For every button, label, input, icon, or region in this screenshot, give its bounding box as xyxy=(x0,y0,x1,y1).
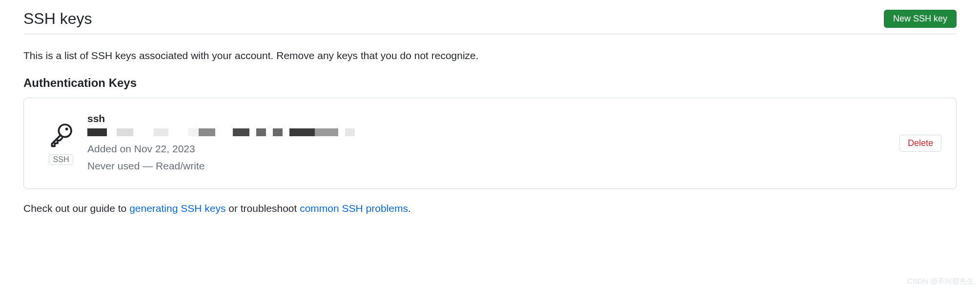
key-name: ssh xyxy=(87,113,899,124)
ssh-key-card: SSH ssh Added on Nov 22, 2023 Never used… xyxy=(23,98,957,189)
fingerprint-block xyxy=(249,128,256,136)
generating-ssh-keys-link[interactable]: generating SSH keys xyxy=(129,203,225,214)
fingerprint-block xyxy=(273,128,283,136)
key-icon xyxy=(47,121,75,150)
footer-suffix: . xyxy=(408,203,411,214)
fingerprint-block xyxy=(338,128,345,136)
page-title: SSH keys xyxy=(23,10,92,28)
footer-mid: or troubleshoot xyxy=(225,203,300,214)
fingerprint-block xyxy=(133,128,154,136)
fingerprint-block xyxy=(168,128,188,136)
fingerprint-block xyxy=(154,128,168,136)
fingerprint-block xyxy=(283,128,289,136)
new-ssh-key-button[interactable]: New SSH key xyxy=(884,10,957,28)
section-heading-auth-keys: Authentication Keys xyxy=(23,76,957,90)
footer-prefix: Check out our guide to xyxy=(23,203,129,214)
fingerprint-block xyxy=(215,128,233,136)
key-type-badge: SSH xyxy=(49,154,74,165)
key-icon-column: SSH xyxy=(47,121,75,165)
fingerprint-block xyxy=(199,128,215,136)
delete-key-button[interactable]: Delete xyxy=(899,135,941,152)
fingerprint-block xyxy=(107,128,117,136)
fingerprint-block xyxy=(233,128,249,136)
fingerprint-block xyxy=(188,128,199,136)
svg-point-1 xyxy=(65,128,68,131)
key-usage: Never used — Read/write xyxy=(87,158,899,174)
fingerprint-block xyxy=(315,128,338,136)
fingerprint-block xyxy=(266,128,273,136)
page-header: SSH keys New SSH key xyxy=(23,10,957,34)
fingerprint-block xyxy=(87,128,107,136)
fingerprint-block xyxy=(256,128,266,136)
fingerprint-block xyxy=(345,128,355,136)
key-fingerprint xyxy=(87,128,899,136)
fingerprint-block xyxy=(117,128,133,136)
key-info: ssh Added on Nov 22, 2023 Never used — R… xyxy=(87,113,899,174)
common-ssh-problems-link[interactable]: common SSH problems xyxy=(300,203,408,214)
page-description: This is a list of SSH keys associated wi… xyxy=(23,48,957,63)
key-added-date: Added on Nov 22, 2023 xyxy=(87,141,899,157)
fingerprint-block xyxy=(289,128,315,136)
footer-note: Check out our guide to generating SSH ke… xyxy=(23,203,957,214)
